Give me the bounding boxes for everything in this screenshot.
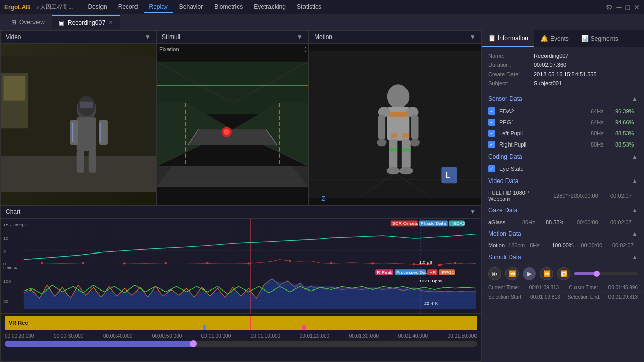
chart-content: 15 - Unit:μS 10 5 0 Unit:% 100 50	[1, 219, 481, 313]
svg-text:50: 50	[3, 299, 9, 303]
video-data-t1: 00:00:00	[577, 193, 607, 199]
svg-point-41	[387, 84, 410, 108]
stimuli-dropdown-icon[interactable]: ▼	[297, 33, 303, 41]
forward-button[interactable]: ⏩	[540, 267, 553, 280]
motion-content: Z Z	[309, 44, 481, 205]
tab-events[interactable]: 🔔 Events	[534, 30, 575, 47]
subject-value: Subject001	[534, 80, 562, 86]
svg-point-85	[454, 262, 457, 264]
motion-dropdown-icon[interactable]: ▼	[470, 33, 476, 41]
video-panel-header: Video ▼	[1, 31, 156, 44]
nav-design[interactable]: Design	[83, 1, 112, 13]
video-data-t2: 00:02:07	[610, 193, 638, 199]
stimuli-section-header[interactable]: Stimuli Data ▲	[482, 250, 644, 264]
eye-state-check[interactable]: ✓	[488, 165, 495, 172]
nav-behavior[interactable]: Behavior	[174, 1, 208, 13]
date-label: Create Date:	[488, 71, 534, 77]
svg-rect-45	[378, 115, 386, 139]
tab-recording-label: Recording007	[67, 19, 106, 26]
progress-handle[interactable]	[190, 340, 197, 347]
tab-overview[interactable]: ⊞ Overview	[4, 16, 52, 29]
sensor-chevron-icon: ▲	[632, 95, 638, 102]
close-icon[interactable]: ✕	[634, 3, 640, 11]
right-panel: 📋 Information 🔔 Events 📊 Segments Name: …	[482, 30, 644, 362]
info-name-row: Name: Recording007	[488, 51, 638, 60]
motion-section-header[interactable]: Motion Data ▲	[482, 227, 644, 240]
nav-replay[interactable]: Replay	[144, 1, 173, 13]
video-data-section-header[interactable]: Video Data ▲	[482, 174, 644, 188]
sensor-section-header[interactable]: Sensor Data ▲	[482, 92, 644, 105]
prev-button[interactable]: ⏮	[488, 267, 501, 280]
svg-rect-56	[389, 148, 397, 151]
fullscreen-icon[interactable]: ⛶	[299, 46, 306, 53]
svg-rect-55	[402, 133, 409, 138]
video-data-chevron-icon: ▲	[632, 177, 638, 185]
video-dropdown-icon[interactable]: ▼	[145, 33, 151, 41]
duration-label: Duration:	[488, 62, 534, 68]
svg-text:EDA2: EDA2	[453, 221, 465, 226]
chart-dropdown-icon[interactable]: ▼	[470, 208, 476, 215]
settings-icon[interactable]: ⚙	[606, 3, 613, 11]
sensor-ppg1-check[interactable]: ✓	[488, 119, 495, 126]
minimize-icon[interactable]: ─	[617, 3, 622, 11]
gaze-t2: 00:02:07	[610, 219, 638, 225]
nav-biometrics[interactable]: Biometrics	[209, 1, 248, 13]
stimuli-panel-title: Stimuli	[162, 33, 180, 41]
name-value: Recording007	[534, 53, 569, 59]
sensor-eda2-check[interactable]: ✓	[488, 107, 495, 115]
gaze-t1: 00:00:00	[577, 219, 607, 225]
play-button[interactable]: ▶	[523, 267, 536, 280]
tab-information[interactable]: 📋 Information	[482, 30, 534, 47]
coding-section-header[interactable]: Coding Data ▲	[482, 150, 644, 163]
gaze-pct: 88.53%	[546, 219, 573, 225]
current-time-label: Current Time:	[488, 285, 519, 291]
tab-recording[interactable]: ▣ Recording007 ✕	[52, 15, 120, 29]
rewind-button[interactable]: ⏪	[505, 267, 519, 280]
subject-label: Subject:	[488, 80, 534, 86]
stimuli-section-title: Stimuli Data	[488, 254, 521, 261]
svg-rect-21	[157, 78, 308, 85]
svg-text:102.0 Bpm: 102.0 Bpm	[419, 279, 442, 283]
info-date-row: Create Date: 2018-05-16 15:54:51.555	[488, 69, 638, 79]
video-data-row: FULL HD 1080P Webcam 1280*720 00:00:00 0…	[482, 188, 644, 204]
playback-handle[interactable]	[594, 271, 600, 277]
svg-text:L: L	[446, 171, 451, 180]
tick-3: 00:00:40.000	[103, 333, 132, 339]
video-feed	[1, 44, 156, 205]
nav-eyetracking[interactable]: Eyetracking	[249, 1, 291, 13]
tab-segments[interactable]: 📊 Segments	[575, 30, 624, 47]
nav-statistics[interactable]: Statistics	[292, 1, 326, 13]
panels-left: Video ▼ FULL HD 1080P Webcam	[0, 30, 482, 362]
nav-record[interactable]: Record	[113, 1, 143, 13]
sel-start-value: 00:01:09.813	[530, 294, 560, 300]
svg-rect-4	[3, 76, 25, 100]
timeline-bar[interactable]: VR Rec	[5, 316, 477, 330]
sensor-right-pupil-check[interactable]: ✓	[488, 141, 495, 148]
video-data-section-title: Video Data	[488, 177, 518, 185]
coding-section-title: Coding Data	[488, 153, 522, 160]
svg-text:Phasic Data: Phasic Data	[421, 221, 446, 226]
motion-panel-title: Motion	[314, 33, 332, 41]
maximize-icon[interactable]: □	[626, 3, 630, 11]
tick-10: 00:01:50.000	[448, 333, 477, 339]
svg-point-78	[206, 262, 209, 264]
timeline-progress[interactable]	[5, 341, 477, 347]
tab-overview-label: Overview	[19, 19, 45, 26]
playback-progress-bar[interactable]	[574, 272, 638, 275]
repeat-button[interactable]: 🔁	[557, 267, 570, 280]
sensor-ppg1-name: PPG1	[499, 119, 587, 125]
svg-text:10: 10	[3, 236, 9, 241]
gaze-section-header[interactable]: Gaze Data ▲	[482, 204, 644, 217]
motion-section-title: Motion Data	[488, 230, 521, 237]
tab-close-icon[interactable]: ✕	[109, 20, 113, 25]
timeline-label: VR Rec	[9, 320, 28, 326]
svg-point-75	[82, 262, 84, 264]
home-icon[interactable]: ⌂	[37, 4, 40, 11]
svg-rect-46	[411, 115, 419, 139]
sensor-left-pupil-check[interactable]: ✓	[488, 130, 495, 137]
tick-1: 00:00:20.000	[5, 333, 34, 339]
coding-eye-state-row: ✓ Eye State	[482, 163, 644, 174]
svg-point-74	[41, 262, 43, 264]
tick-9: 00:01:40.000	[398, 333, 428, 339]
svg-text:Processed Data: Processed Data	[396, 270, 430, 275]
